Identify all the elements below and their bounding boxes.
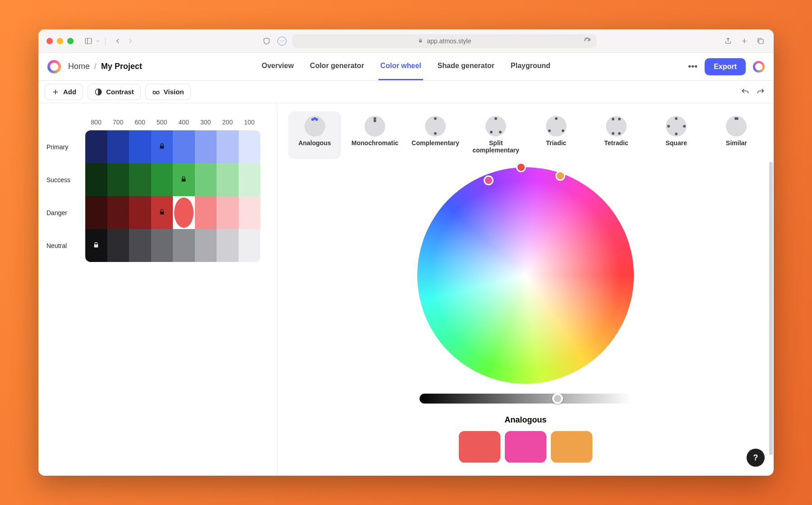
nav-item-playground[interactable]: Playground (509, 53, 552, 80)
scheme-label: Triadic (546, 139, 566, 147)
swatch-success-400[interactable] (173, 163, 195, 196)
result-swatch-1[interactable] (459, 431, 500, 463)
tracking-icon[interactable]: ⋯ (276, 35, 288, 47)
back-button[interactable] (113, 37, 123, 46)
more-icon[interactable]: ••• (688, 61, 697, 72)
account-avatar[interactable] (753, 61, 765, 73)
swatch-success-600[interactable] (129, 163, 151, 196)
swatch-primary-100[interactable] (239, 130, 261, 163)
minimize-window-button[interactable] (57, 38, 63, 44)
contrast-button[interactable]: Contrast (88, 84, 141, 100)
nav-item-overview[interactable]: Overview (260, 53, 295, 80)
close-window-button[interactable] (46, 38, 53, 44)
swatch-primary-800[interactable] (85, 130, 107, 163)
vision-button[interactable]: Vision (145, 84, 191, 100)
sidebar-toggle[interactable] (83, 37, 101, 46)
result-title: Analogous (505, 415, 547, 425)
scheme-tetradic[interactable]: Tetradic (590, 111, 642, 159)
tabs-icon[interactable] (756, 37, 766, 46)
swatch-danger-600[interactable] (129, 196, 151, 229)
svg-rect-4 (759, 39, 763, 44)
swatch-success-700[interactable] (107, 163, 129, 196)
browser-chrome: ⋯ app.atmos.style (38, 29, 774, 53)
swatch-neutral-200[interactable] (217, 229, 239, 262)
redo-button[interactable] (754, 85, 767, 99)
scheme-preview-icon (546, 116, 567, 137)
wheel-handle-3[interactable] (555, 171, 565, 181)
breadcrumb-home[interactable]: Home (68, 62, 90, 71)
app-logo[interactable] (47, 60, 61, 73)
swatch-success-500[interactable] (151, 163, 173, 196)
swatch-primary-500[interactable] (151, 130, 173, 163)
scheme-triadic[interactable]: Triadic (530, 111, 582, 159)
swatch-neutral-400[interactable] (173, 229, 195, 262)
undo-button[interactable] (738, 85, 752, 99)
shield-icon[interactable] (262, 37, 272, 46)
scheme-analogous[interactable]: Analogous (288, 111, 341, 159)
share-icon[interactable] (723, 37, 733, 46)
swatch-danger-400[interactable] (173, 196, 195, 229)
swatch-primary-400[interactable] (173, 130, 195, 163)
swatch-success-200[interactable] (217, 163, 239, 196)
swatch-primary-600[interactable] (129, 130, 151, 163)
result-swatch-3[interactable] (551, 431, 592, 463)
swatch-neutral-600[interactable] (129, 229, 151, 262)
browser-window: ⋯ app.atmos.style Home / My Project Over… (38, 29, 774, 476)
scrollbar[interactable] (769, 162, 773, 455)
url-bar[interactable]: app.atmos.style (292, 34, 597, 48)
refresh-icon[interactable] (582, 37, 592, 46)
slider-handle[interactable] (552, 393, 563, 404)
help-button[interactable]: ? (747, 449, 765, 467)
scheme-label: Split complementary (472, 139, 519, 154)
scheme-similar[interactable]: Similar (710, 111, 763, 159)
swatch-neutral-300[interactable] (195, 229, 217, 262)
scheme-complementary[interactable]: Complementary (409, 111, 462, 159)
swatch-primary-200[interactable] (217, 130, 239, 163)
swatch-neutral-700[interactable] (107, 229, 129, 262)
scheme-split-complementary[interactable]: Split complementary (469, 111, 522, 159)
swatch-danger-100[interactable] (239, 196, 261, 229)
glasses-icon (152, 88, 160, 96)
wheel-handle-1[interactable] (484, 175, 494, 185)
swatch-danger-200[interactable] (217, 196, 239, 229)
swatch-neutral-500[interactable] (151, 229, 173, 262)
swatch-success-100[interactable] (239, 163, 261, 196)
scheme-label: Analogous (298, 139, 331, 147)
swatch-danger-500[interactable] (151, 196, 173, 229)
export-button[interactable]: Export (705, 58, 746, 75)
scheme-preview-icon (606, 116, 627, 137)
swatch-success-300[interactable] (195, 163, 217, 196)
breadcrumb-separator: / (94, 62, 97, 71)
app-header: Home / My Project OverviewColor generato… (38, 53, 774, 81)
swatch-danger-700[interactable] (107, 196, 129, 229)
scheme-label: Similar (726, 139, 747, 147)
lock-icon (92, 241, 100, 250)
new-tab-icon[interactable] (739, 37, 749, 46)
swatch-neutral-100[interactable] (239, 229, 261, 262)
shade-level-600: 600 (129, 114, 151, 130)
color-wheel[interactable] (417, 167, 634, 384)
breadcrumb-project: My Project (101, 62, 142, 71)
result-swatch-2[interactable] (505, 431, 546, 463)
swatch-danger-300[interactable] (195, 196, 217, 229)
shade-row-label-primary: Primary (46, 143, 85, 151)
main-nav: OverviewColor generatorColor wheelShade … (260, 53, 552, 80)
nav-item-color-wheel[interactable]: Color wheel (378, 53, 423, 80)
swatch-primary-700[interactable] (107, 130, 129, 163)
add-button[interactable]: Add (45, 84, 83, 100)
maximize-window-button[interactable] (67, 38, 74, 44)
swatch-success-800[interactable] (85, 163, 107, 196)
breadcrumb: Home / My Project (68, 62, 142, 71)
nav-item-color-generator[interactable]: Color generator (308, 53, 366, 80)
app-body: 800700600500400300200100 PrimarySuccessD… (38, 103, 774, 476)
scheme-monochromatic[interactable]: Monochromatic (348, 111, 401, 159)
scheme-square[interactable]: Square (650, 111, 703, 159)
wheel-handle-2[interactable] (516, 162, 526, 172)
lightness-slider[interactable] (420, 394, 632, 404)
lock-icon (180, 175, 187, 184)
forward-button[interactable] (125, 37, 135, 46)
nav-item-shade-generator[interactable]: Shade generator (436, 53, 496, 80)
swatch-danger-800[interactable] (85, 196, 107, 229)
swatch-primary-300[interactable] (195, 130, 217, 163)
swatch-neutral-800[interactable] (85, 229, 107, 262)
